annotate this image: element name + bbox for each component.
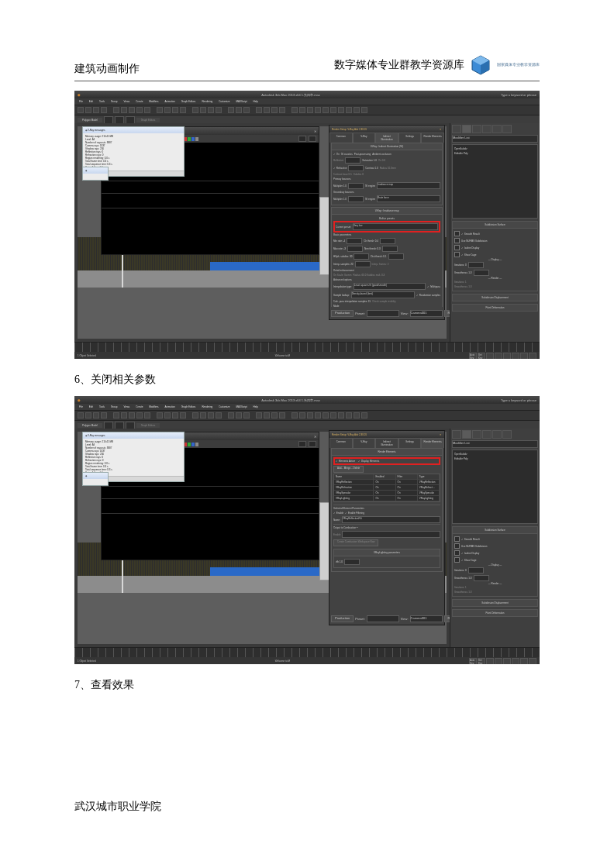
vray-progress-window[interactable]: ◈ [82,167,109,181]
command-panel[interactable]: Modifier List OpenSubdivEditable Poly Su… [450,123,540,342]
highlight-current-preset: Current preset:Very low [333,221,440,232]
screenshot-2: ⬣ Autodesk 3ds Max 2013 x64 1.第四章.max Ty… [74,396,540,664]
app-title: Autodesk 3ds Max 2013 x64 1.第四章.max [261,93,320,97]
main-toolbar[interactable] [74,105,540,115]
render-setup-dialog[interactable]: Render Setup: V-Ray Adv 2.30.01✕ CommonV… [329,125,445,320]
modifier-list-dropdown[interactable]: Modifier List [452,135,538,143]
step-6: 6、关闭相关参数 [74,373,540,387]
header-rule [74,81,540,81]
brand-logo [469,54,492,76]
production-toggle[interactable]: Production [331,310,354,317]
auto-key-button[interactable]: Auto Key [469,353,477,360]
screenshot-1: ⬣ Autodesk 3ds Max 2013 x64 1.第四章.max Ty… [74,91,540,359]
secondary-engine-dropdown[interactable]: Brute force [377,195,440,202]
add-button[interactable]: Add... Merge... Delete [333,466,364,473]
modify-tab-icon[interactable] [462,125,471,133]
preset-dropdown[interactable]: Very low [353,223,438,230]
page-footer: 武汉城市职业学院 [74,800,161,814]
highlight-elements-active: ✓ Elements Active✓ Display Elements [333,457,440,465]
primary-engine-dropdown[interactable]: Irradiance map [377,182,440,189]
step-7: 7、查看效果 [74,678,540,692]
logo-caption: 国家媒体专业教学资源库 [497,63,540,67]
vray-icon: ◈ [85,129,87,132]
modifier-stack[interactable]: OpenSubdivEditable Poly [452,144,538,219]
search-box[interactable]: Type a keyword or phrase [501,93,536,97]
time-ruler[interactable] [74,342,540,352]
render-setup-dialog-2[interactable]: Render Setup: V-Ray Adv 2.30.01✕ CommonV… [329,430,445,625]
menu-bar[interactable]: FileEditToolsGroupViewsCreateModifiersAn… [74,98,540,105]
set-key-button[interactable]: Set Key [478,353,485,360]
render-setup-tabs[interactable]: CommonV-RayIndirect IlluminationSettings… [329,133,444,143]
render-elements-table[interactable]: NameEnabledFilterType VRayReflectionOnOn… [333,474,440,502]
doc-title-right: 数字媒体专业群教学资源库 [334,58,464,72]
close-icon[interactable]: ✕ [440,128,442,131]
doc-title-left: 建筑动画制作 [74,62,140,76]
close-icon[interactable]: ✕ [314,129,316,133]
app-brand-icon: ⬣ [78,93,81,97]
